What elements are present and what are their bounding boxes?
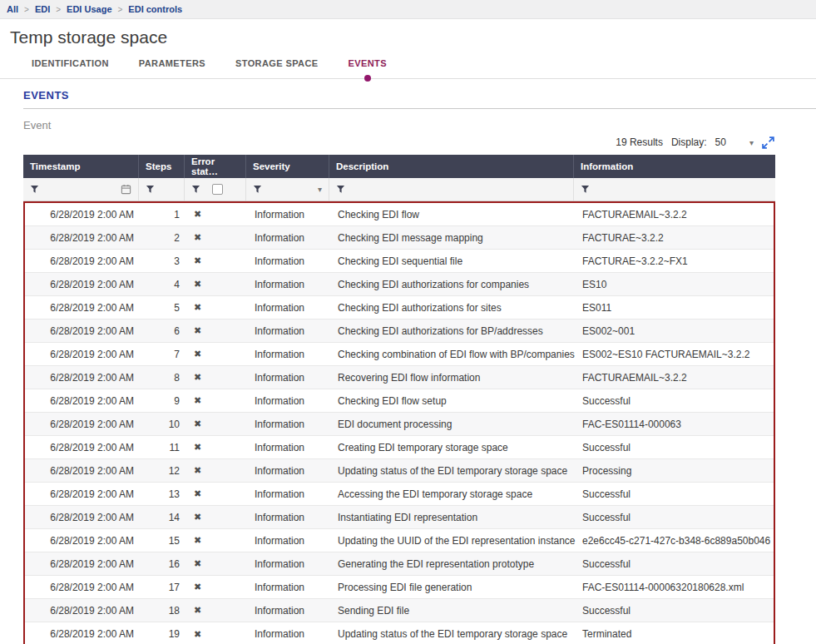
breadcrumb-item-all[interactable]: All	[7, 4, 18, 14]
cell-severity: Information	[248, 483, 331, 505]
cell-information: ES10	[576, 273, 774, 295]
breadcrumb-item-edi-usage[interactable]: EDI Usage	[67, 4, 111, 14]
tab-storage-space[interactable]: STORAGE SPACE	[235, 56, 319, 78]
cell-step: 19	[141, 622, 186, 644]
cell-information: FACTURAEMAIL~3.2.2	[576, 366, 774, 389]
cell-description: Checking EDI authorizations for sites	[331, 296, 576, 319]
tab-parameters[interactable]: PARAMETERS	[139, 56, 205, 78]
cell-severity: Information	[248, 296, 331, 319]
x-mark-icon: ✖	[186, 343, 248, 365]
table-row[interactable]: 6/28/2019 2:00 AM 5 ✖ Information Checki…	[25, 296, 774, 320]
cell-information: Processing	[576, 459, 774, 482]
table-row[interactable]: 6/28/2019 2:00 AM 14 ✖ Information Insta…	[25, 506, 774, 529]
cell-information: FAC-ES01114-000063	[576, 413, 774, 435]
table-row[interactable]: 6/28/2019 2:00 AM 8 ✖ Information Recove…	[25, 366, 774, 389]
breadcrumb-item-edi-controls[interactable]: EDI controls	[128, 4, 182, 14]
cell-severity: Information	[248, 529, 331, 552]
table-row[interactable]: 6/28/2019 2:00 AM 7 ✖ Information Checki…	[25, 343, 774, 366]
column-header-error-status[interactable]: Error stat…	[185, 155, 246, 178]
table-header-row: Timestamp Steps Error stat… Severity Des…	[23, 155, 775, 178]
x-mark-icon: ✖	[186, 226, 248, 249]
cell-step: 3	[141, 250, 186, 272]
cell-timestamp: 6/28/2019 2:00 AM	[25, 599, 141, 622]
table-row[interactable]: 6/28/2019 2:00 AM 2 ✖ Information Checki…	[25, 226, 774, 250]
cell-step: 4	[141, 273, 186, 295]
filter-icon[interactable]	[581, 185, 590, 194]
expand-icon[interactable]	[762, 136, 774, 149]
tab-identification[interactable]: IDENTIFICATION	[32, 56, 109, 78]
cell-step: 9	[141, 389, 186, 412]
cell-severity: Information	[248, 389, 331, 412]
results-bar: 19 Results Display: 50 ▾	[0, 135, 774, 150]
filter-cell-steps	[139, 178, 185, 201]
table-row[interactable]: 6/28/2019 2:00 AM 6 ✖ Information Checki…	[25, 320, 774, 343]
table-row[interactable]: 6/28/2019 2:00 AM 13 ✖ Information Acces…	[25, 483, 774, 506]
column-header-description[interactable]: Description	[329, 155, 574, 178]
table-row[interactable]: 6/28/2019 2:00 AM 18 ✖ Information Sendi…	[25, 599, 774, 622]
table-row[interactable]: 6/28/2019 2:00 AM 17 ✖ Information Proce…	[25, 576, 774, 599]
filter-icon[interactable]	[30, 185, 39, 194]
cell-step: 13	[141, 483, 186, 505]
cell-timestamp: 6/28/2019 2:00 AM	[25, 389, 141, 412]
cell-description: Checking EDI flow setup	[331, 389, 576, 412]
cell-step: 2	[141, 226, 186, 249]
display-dropdown[interactable]: 50 ▾	[715, 136, 754, 148]
filter-icon[interactable]	[336, 185, 345, 194]
cell-description: Recovering EDI flow information	[331, 366, 576, 389]
filter-icon[interactable]	[253, 185, 262, 194]
cell-description: Sending EDI file	[331, 599, 576, 622]
cell-description: Checking EDI message mapping	[331, 226, 576, 249]
cell-step: 10	[141, 413, 186, 435]
cell-step: 1	[141, 203, 186, 225]
cell-severity: Information	[248, 506, 331, 528]
column-header-information[interactable]: Information	[574, 155, 775, 178]
cell-severity: Information	[248, 413, 331, 435]
column-header-timestamp[interactable]: Timestamp	[23, 155, 139, 178]
cell-severity: Information	[248, 576, 331, 598]
cell-timestamp: 6/28/2019 2:00 AM	[25, 413, 141, 435]
table-row[interactable]: 6/28/2019 2:00 AM 15 ✖ Information Updat…	[25, 529, 774, 552]
cell-information: FACTURAEMAIL~3.2.2	[576, 203, 774, 225]
cell-severity: Information	[248, 273, 331, 295]
cell-description: Checking EDI flow	[331, 203, 576, 225]
filter-cell-information	[574, 178, 775, 201]
column-header-severity[interactable]: Severity	[246, 155, 329, 178]
breadcrumb-item-edi[interactable]: EDI	[35, 4, 50, 14]
table-row[interactable]: 6/28/2019 2:00 AM 11 ✖ Information Creat…	[25, 436, 774, 459]
section-title: EVENTS	[23, 89, 69, 102]
cell-timestamp: 6/28/2019 2:00 AM	[25, 436, 141, 458]
column-header-steps[interactable]: Steps	[139, 155, 185, 178]
cell-timestamp: 6/28/2019 2:00 AM	[25, 226, 141, 249]
table-row[interactable]: 6/28/2019 2:00 AM 12 ✖ Information Updat…	[25, 459, 774, 483]
filter-icon[interactable]	[191, 185, 200, 194]
cell-description: Instantiating EDI representation	[331, 506, 576, 528]
cell-severity: Information	[248, 436, 331, 458]
table-row[interactable]: 6/28/2019 2:00 AM 19 ✖ Information Updat…	[25, 622, 774, 644]
cell-description: Accessing the EDI temporary storage spac…	[331, 483, 576, 505]
results-count: 19 Results	[616, 136, 663, 148]
cell-timestamp: 6/28/2019 2:00 AM	[25, 459, 141, 482]
x-mark-icon: ✖	[186, 320, 248, 342]
cell-step: 17	[141, 576, 186, 598]
table-row[interactable]: 6/28/2019 2:00 AM 1 ✖ Information Checki…	[25, 203, 774, 226]
table-row[interactable]: 6/28/2019 2:00 AM 9 ✖ Information Checki…	[25, 389, 774, 413]
filter-icon[interactable]	[146, 185, 155, 194]
cell-information: e2e6cc45-c271-427c-b348-6c889a50b046	[576, 529, 774, 552]
tab-events[interactable]: EVENTS	[349, 56, 387, 78]
cell-step: 16	[141, 552, 186, 575]
page-title: Temp storage space	[0, 19, 816, 52]
table-row[interactable]: 6/28/2019 2:00 AM 16 ✖ Information Gener…	[25, 552, 774, 576]
cell-information: Successful	[576, 506, 774, 528]
chevron-down-icon[interactable]: ▾	[318, 185, 322, 194]
error-status-checkbox[interactable]	[212, 184, 223, 195]
filter-cell-error-status	[185, 178, 246, 201]
table-row[interactable]: 6/28/2019 2:00 AM 3 ✖ Information Checki…	[25, 250, 774, 273]
table-row[interactable]: 6/28/2019 2:00 AM 10 ✖ Information EDI d…	[25, 413, 774, 436]
x-mark-icon: ✖	[186, 296, 248, 319]
calendar-icon[interactable]	[121, 184, 131, 195]
breadcrumb: All > EDI > EDI Usage > EDI controls	[0, 0, 816, 19]
display-label: Display:	[671, 136, 707, 148]
cell-timestamp: 6/28/2019 2:00 AM	[25, 622, 141, 644]
x-mark-icon: ✖	[186, 483, 248, 505]
table-row[interactable]: 6/28/2019 2:00 AM 4 ✖ Information Checki…	[25, 273, 774, 296]
